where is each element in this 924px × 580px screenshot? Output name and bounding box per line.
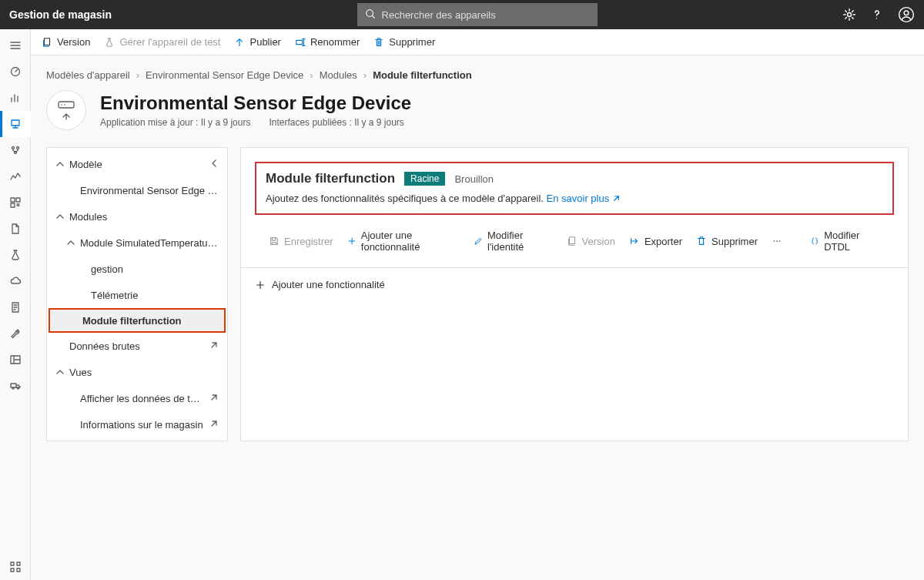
content: Modèles d'appareil › Environmental Senso… bbox=[31, 55, 924, 455]
rail-document-icon[interactable] bbox=[0, 294, 31, 320]
rail-file-icon[interactable] bbox=[0, 216, 31, 242]
tree-item-gestion[interactable]: gestion bbox=[47, 256, 227, 282]
rail-truck-icon[interactable] bbox=[0, 373, 31, 399]
left-rail bbox=[0, 29, 31, 580]
search-box[interactable] bbox=[357, 3, 598, 26]
add-capability-button[interactable]: Ajouter une fonctionnalité bbox=[347, 230, 460, 253]
version-button[interactable]: Version bbox=[42, 36, 90, 48]
svg-rect-20 bbox=[11, 568, 14, 572]
svg-rect-27 bbox=[569, 237, 574, 244]
tree-item-filter-module[interactable]: Module filterfunction bbox=[49, 308, 226, 333]
svg-point-26 bbox=[64, 104, 65, 106]
rail-dashboard-icon[interactable] bbox=[0, 59, 31, 85]
publish-button[interactable]: Publier bbox=[234, 36, 280, 48]
breadcrumb-item[interactable]: Modules bbox=[320, 69, 357, 81]
manage-test-device-label: Gérer l'appareil de test bbox=[119, 36, 220, 48]
tree-item-sim-module[interactable]: Module SimulatedTemperatureSensor bbox=[47, 230, 227, 256]
svg-point-17 bbox=[17, 387, 18, 389]
rail-analytics-icon[interactable] bbox=[0, 85, 31, 111]
svg-point-30 bbox=[779, 240, 781, 242]
panel-version-button[interactable]: Version bbox=[567, 236, 615, 247]
expand-icon[interactable] bbox=[209, 419, 219, 431]
more-button[interactable] bbox=[772, 236, 782, 246]
expand-icon[interactable] bbox=[209, 393, 219, 404]
expand-icon[interactable] bbox=[209, 340, 219, 352]
edit-identity-button[interactable]: Modifier l'identité bbox=[474, 230, 553, 253]
add-capability-link[interactable]: Ajouter une fonctionnalité bbox=[255, 279, 894, 290]
svg-line-1 bbox=[372, 15, 374, 18]
rail-menu-button[interactable] bbox=[0, 32, 31, 59]
rail-devices-icon[interactable] bbox=[0, 137, 31, 163]
svg-point-29 bbox=[776, 240, 778, 242]
rail-cloud-icon[interactable] bbox=[0, 268, 31, 294]
manage-test-device-button[interactable]: Gérer l'appareil de test bbox=[104, 36, 220, 48]
export-button[interactable]: Exporter bbox=[629, 236, 682, 247]
panel-subtitle: Ajoutez des fonctionnalités spécifiques … bbox=[266, 193, 544, 204]
tree-item-view-telemetry[interactable]: Afficher les données de télémétri... bbox=[47, 385, 227, 411]
svg-rect-22 bbox=[45, 38, 50, 45]
chevron-left-icon[interactable] bbox=[209, 159, 219, 170]
edit-dtdl-button[interactable]: Modifier DTDL bbox=[810, 230, 880, 253]
rail-jobs-icon[interactable] bbox=[0, 189, 31, 216]
settings-icon[interactable] bbox=[842, 8, 856, 22]
chevron-right-icon: › bbox=[310, 69, 313, 81]
svg-rect-19 bbox=[17, 562, 20, 565]
top-header: Gestion de magasin bbox=[0, 0, 924, 29]
tree-header[interactable]: Modèle bbox=[47, 151, 227, 177]
module-panel: Module filterfunction Racine Brouillon A… bbox=[240, 147, 909, 441]
search-input[interactable] bbox=[382, 9, 590, 21]
tree-item-view-info[interactable]: Informations sur le magasin bbox=[47, 411, 227, 438]
tree-item-raw-data[interactable]: Données brutes bbox=[47, 333, 227, 359]
breadcrumb-item[interactable]: Environmental Sensor Edge Device bbox=[146, 69, 303, 81]
svg-rect-6 bbox=[12, 120, 19, 126]
chevron-up-icon bbox=[55, 367, 65, 377]
breadcrumb-current: Module filterfunction bbox=[373, 69, 472, 81]
rename-button[interactable]: Renommer bbox=[295, 36, 360, 48]
model-tree: Modèle Environmental Sensor Edge Device … bbox=[46, 147, 228, 441]
rail-flask-icon[interactable] bbox=[0, 242, 31, 268]
svg-point-2 bbox=[848, 13, 852, 17]
main: Version Gérer l'appareil de test Publier… bbox=[31, 29, 924, 580]
svg-rect-15 bbox=[11, 384, 16, 387]
app-title: Gestion de magasin bbox=[9, 8, 112, 21]
svg-point-28 bbox=[774, 240, 775, 242]
rename-label: Renommer bbox=[310, 36, 360, 48]
page-title: Environmental Sensor Edge Device bbox=[100, 92, 411, 114]
publish-label: Publier bbox=[249, 36, 280, 48]
chevron-up-icon bbox=[66, 238, 75, 247]
version-label: Version bbox=[57, 36, 90, 48]
rail-layout-icon[interactable] bbox=[0, 347, 31, 373]
panel-title: Module filterfunction bbox=[266, 171, 395, 186]
chevron-up-icon bbox=[55, 159, 65, 169]
tree-item-modules[interactable]: Modules bbox=[47, 203, 227, 230]
account-icon[interactable] bbox=[898, 6, 915, 23]
updated-meta: Application mise à jour : Il y a 9 jours bbox=[100, 117, 250, 128]
rail-apps-icon[interactable] bbox=[0, 554, 31, 580]
chevron-right-icon: › bbox=[363, 69, 367, 81]
rail-wrench-icon[interactable] bbox=[0, 320, 31, 347]
panel-delete-button[interactable]: Supprimer bbox=[696, 236, 758, 247]
tree-item-telemetry[interactable]: Télémetrie bbox=[47, 282, 227, 308]
interfaces-meta: Interfaces publiées : Il y a 9 jours bbox=[269, 117, 403, 128]
svg-rect-18 bbox=[11, 562, 14, 565]
save-button[interactable]: Enregistrer bbox=[269, 236, 333, 247]
tree-item-views[interactable]: Vues bbox=[47, 359, 227, 385]
svg-rect-23 bbox=[296, 40, 303, 44]
help-icon[interactable] bbox=[870, 8, 884, 22]
status-label: Brouillon bbox=[454, 173, 494, 185]
device-icon bbox=[46, 90, 86, 130]
page-toolbar: Version Gérer l'appareil de test Publier… bbox=[31, 29, 924, 55]
breadcrumb-item[interactable]: Modèles d'appareil bbox=[46, 69, 130, 81]
page-title-row: Environmental Sensor Edge Device Applica… bbox=[46, 90, 909, 130]
svg-point-0 bbox=[366, 9, 373, 16]
rail-rules-icon[interactable] bbox=[0, 163, 31, 189]
rail-device-templates-icon[interactable] bbox=[0, 111, 31, 137]
svg-rect-10 bbox=[11, 198, 15, 202]
svg-rect-11 bbox=[16, 198, 20, 202]
panel-toolbar: Enregistrer Ajouter une fonctionnalité M… bbox=[255, 226, 894, 256]
search-icon bbox=[365, 8, 382, 22]
delete-button[interactable]: Supprimer bbox=[373, 36, 435, 48]
tree-item-root[interactable]: Environmental Sensor Edge Device bbox=[47, 177, 227, 203]
learn-more-link[interactable]: En savoir plus bbox=[547, 193, 621, 204]
chevron-right-icon: › bbox=[136, 69, 139, 81]
